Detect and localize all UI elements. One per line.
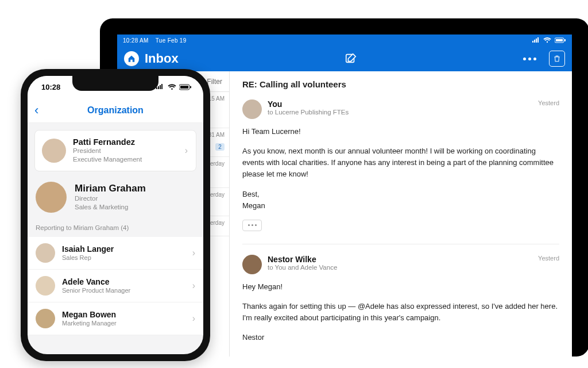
mail-subject: RE: Calling all volunteers (242, 79, 559, 89)
focus-person-row[interactable]: Miriam Graham Director Sales & Marketing (28, 179, 203, 221)
tablet-status-bar: 10:28 AM Tue Feb 19 (117, 34, 572, 46)
wifi-icon (543, 37, 551, 43)
message-divider (242, 244, 559, 244)
unread-badge: 2 (215, 143, 225, 151)
back-button[interactable]: ‹ (34, 103, 38, 118)
home-icon[interactable] (124, 51, 139, 66)
tablet-status-right (532, 37, 566, 43)
avatar (42, 139, 66, 163)
chevron-right-icon: › (192, 248, 195, 258)
svg-rect-2 (564, 39, 566, 41)
mail-message: You to Lucerne Publishing FTEs Yesterd H… (242, 99, 559, 231)
phone-screen: 10:28 ‹ Organization Patti Fernandez Pre… (28, 76, 203, 354)
avatar (36, 309, 55, 328)
svg-rect-6 (190, 86, 191, 88)
avatar[interactable] (242, 99, 262, 119)
nav-title: Organization (87, 105, 144, 116)
report-row[interactable]: Adele Vance Senior Product Manager › (28, 270, 203, 302)
person-role: Sales Rep (62, 254, 114, 262)
battery-icon (555, 37, 566, 43)
svg-rect-5 (180, 86, 188, 89)
person-role: Senior Product Manager (62, 286, 130, 294)
person-role: Director (75, 194, 146, 203)
mail-body-line: Nestor (242, 332, 559, 343)
mail-message: Nestor Wilke to You and Adele Vance Yest… (242, 255, 559, 344)
report-row[interactable]: Isaiah Langer Sales Rep › (28, 237, 203, 270)
report-row[interactable]: Megan Bowen Marketing Manager › (28, 302, 203, 335)
mail-date: Yesterd (538, 99, 559, 106)
phone-notch (72, 76, 158, 91)
reports-section-label: Reporting to Miriam Graham (4) (28, 221, 203, 237)
mail-body-line: Thanks again for setting this up — @Adel… (242, 301, 559, 324)
mail-body-line: Hi Team Lucerne! (242, 126, 559, 137)
avatar (36, 243, 55, 263)
chevron-right-icon: › (185, 145, 188, 156)
mail-body: Hey Megan! Thanks again for setting this… (242, 281, 559, 344)
recipients-line: to Lucerne Publishing FTEs (268, 109, 349, 116)
phone-status-time: 10:28 (41, 83, 60, 91)
person-name: Miriam Graham (75, 183, 146, 194)
tablet-status-date: Tue Feb 19 (156, 37, 187, 44)
mail-body: Hi Team Lucerne! As you know, next month… (242, 126, 559, 231)
tablet-status-time: 10:28 AM (123, 37, 149, 44)
person-name: Isaiah Langer (62, 244, 114, 254)
sender-name: You (268, 99, 349, 109)
mail-body-line: Hey Megan! (242, 281, 559, 293)
chevron-right-icon: › (192, 281, 195, 291)
avatar (36, 182, 67, 213)
manager-card[interactable]: Patti Fernandez President Executive Mana… (34, 130, 196, 171)
person-role: Marketing Manager (62, 319, 117, 327)
expand-quoted-button[interactable] (242, 220, 262, 231)
compose-icon[interactable] (345, 52, 357, 65)
avatar[interactable] (242, 255, 262, 274)
delete-button[interactable] (549, 51, 565, 67)
chevron-right-icon: › (192, 313, 195, 324)
sender-name: Nestor Wilke (268, 255, 337, 264)
svg-rect-1 (556, 39, 563, 41)
signal-icon (532, 37, 540, 43)
reports-list: Isaiah Langer Sales Rep › Adele Vance Se… (28, 237, 203, 335)
person-dept: Sales & Marketing (75, 203, 146, 212)
person-dept: Executive Management (73, 155, 142, 164)
phone-nav-bar: ‹ Organization (28, 98, 203, 123)
mail-body-line: Megan (242, 200, 559, 212)
more-menu-icon[interactable] (523, 57, 536, 60)
avatar (36, 276, 55, 296)
recipients-line: to You and Adele Vance (268, 264, 337, 271)
phone-device: 10:28 ‹ Organization Patti Fernandez Pre… (21, 69, 210, 361)
person-name: Megan Bowen (62, 310, 117, 319)
inbox-title: Inbox (145, 51, 179, 66)
wifi-icon (168, 84, 176, 90)
person-role: President (73, 147, 142, 155)
mail-body-line: Best, (242, 189, 559, 200)
reading-pane: RE: Calling all volunteers You to Lucern… (230, 71, 572, 356)
phone-status-icons (156, 84, 192, 90)
person-name: Adele Vance (62, 277, 130, 286)
mail-body-line: As you know, next month is our annual vo… (242, 145, 559, 180)
tablet-app-header: Inbox (117, 46, 572, 71)
battery-icon (179, 84, 192, 90)
mail-date: Yesterd (538, 255, 559, 262)
person-name: Patti Fernandez (73, 137, 142, 147)
filter-label: Filter (207, 78, 222, 86)
